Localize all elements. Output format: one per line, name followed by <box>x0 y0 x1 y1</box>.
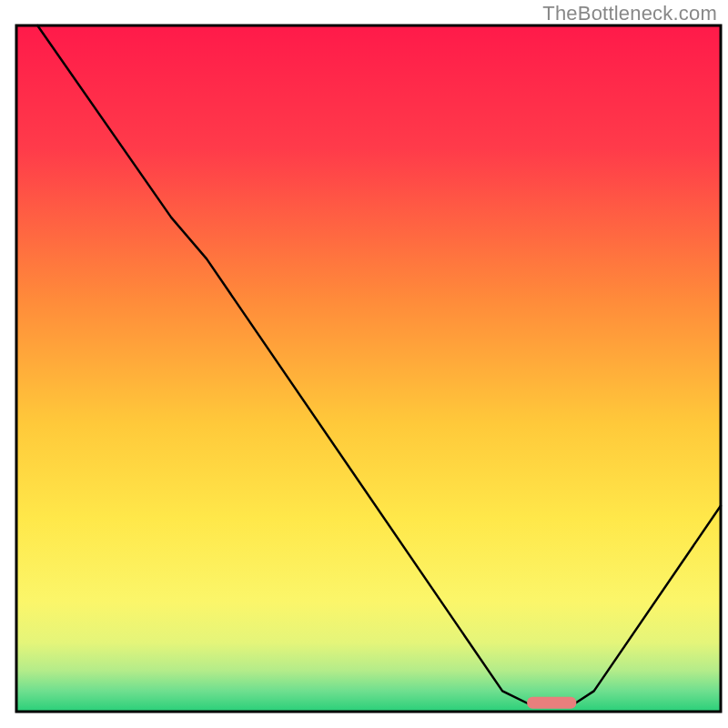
chart-container: TheBottleneck.com <box>0 0 728 728</box>
bottleneck-chart <box>0 0 728 728</box>
plot-background <box>16 25 721 712</box>
watermark-text: TheBottleneck.com <box>542 2 717 25</box>
optimal-marker <box>527 697 576 709</box>
